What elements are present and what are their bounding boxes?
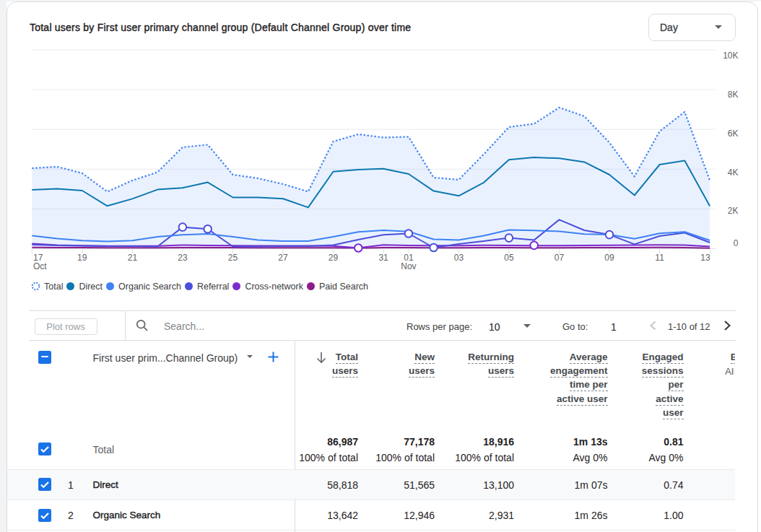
svg-text:03: 03 [454, 253, 464, 263]
svg-text:29: 29 [329, 253, 339, 263]
svg-text:05: 05 [504, 253, 514, 263]
svg-text:23: 23 [178, 253, 188, 263]
svg-text:31: 31 [378, 253, 388, 263]
svg-text:27: 27 [278, 253, 288, 263]
svg-text:Oct: Oct [33, 261, 47, 271]
svg-text:25: 25 [228, 253, 238, 263]
svg-text:11: 11 [655, 253, 664, 263]
svg-text:2K: 2K [728, 206, 739, 216]
svg-text:8K: 8K [728, 90, 739, 100]
svg-text:21: 21 [128, 253, 138, 263]
svg-text:19: 19 [77, 253, 87, 263]
svg-text:Nov: Nov [401, 261, 416, 271]
svg-text:6K: 6K [728, 128, 739, 139]
svg-text:4K: 4K [728, 167, 739, 178]
svg-text:09: 09 [604, 253, 614, 263]
svg-text:10K: 10K [723, 51, 738, 61]
svg-text:0: 0 [734, 238, 739, 248]
svg-text:13: 13 [700, 253, 710, 263]
svg-text:07: 07 [555, 253, 565, 263]
